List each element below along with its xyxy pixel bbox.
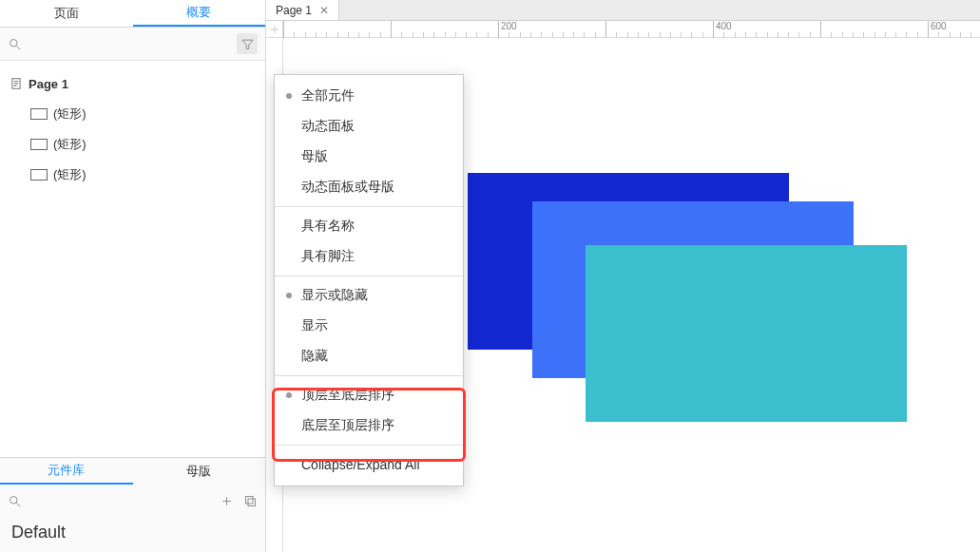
library-search-row [0,485,265,517]
outline-item-label: (矩形) [53,105,86,123]
outline-root[interactable]: Page 1 [0,68,265,99]
menu-item-label: 底层至顶层排序 [301,417,394,434]
outline-search-input[interactable] [29,37,229,51]
menu-item[interactable]: 动态面板 [275,111,463,142]
bullet-icon [286,93,292,99]
menu-item-label: 显示 [301,317,328,334]
library-section: 元件库 母版 Default [0,457,265,552]
copy-icon[interactable] [243,494,258,508]
svg-marker-2 [241,40,252,48]
bullet-icon [286,392,292,398]
outline-item-label: (矩形) [53,166,86,183]
tab-pages[interactable]: 页面 [0,0,133,27]
svg-rect-11 [248,499,256,506]
menu-item-label: 显示或隐藏 [301,287,368,304]
menu-item[interactable]: 隐藏 [275,341,463,371]
horizontal-ruler[interactable]: 200400600 [283,21,980,38]
tab-outline[interactable]: 概要 [133,0,266,27]
canvas-shape[interactable] [586,245,907,422]
menu-item[interactable]: 显示 [275,311,463,341]
outline-item[interactable]: (矩形) [0,129,265,160]
menu-item-label: 动态面板 [301,118,355,135]
svg-line-1 [16,46,20,49]
svg-line-8 [16,503,20,506]
left-sidebar: 页面 概要 Page 1 (矩形) (矩形) [0,0,266,552]
menu-item[interactable]: 全部元件 [275,81,463,111]
menu-item-label: 具有名称 [301,218,355,235]
search-icon [8,494,22,508]
ruler-label: 600 [931,21,947,31]
menu-item-label: 顶层至底层排序 [301,387,394,404]
library-search-input[interactable] [31,494,210,508]
menu-item-label: 全部元件 [301,87,355,105]
tab-widgets[interactable]: 元件库 [0,458,133,485]
menu-item[interactable]: 具有脚注 [275,241,463,272]
menu-item-label: 隐藏 [301,348,328,365]
filter-icon [240,37,255,51]
outline-tree: Page 1 (矩形) (矩形) (矩形) [0,61,265,457]
svg-rect-12 [246,496,254,504]
close-tab-icon[interactable]: ✕ [319,4,329,17]
page-icon [10,77,23,90]
rectangle-icon [30,169,48,181]
outline-item-label: (矩形) [53,136,86,153]
menu-item-label: Collapse/Expand All [301,457,420,472]
tab-masters[interactable]: 母版 [133,458,266,485]
menu-item[interactable]: 具有名称 [275,211,463,241]
menu-item[interactable]: 母版 [275,142,463,172]
outline-search-row [0,28,265,61]
bullet-icon [286,293,292,298]
rectangle-icon [30,139,48,150]
menu-item-label: 母版 [301,148,328,165]
outline-root-label: Page 1 [29,77,68,91]
menu-item-label: 具有脚注 [301,248,355,265]
library-default-label[interactable]: Default [0,517,265,552]
plus-icon[interactable] [220,494,234,508]
ruler-origin[interactable] [266,21,283,38]
menu-item[interactable]: Collapse/Expand All [275,449,463,480]
filter-menu: 全部元件动态面板母版动态面板或母版具有名称具有脚注显示或隐藏显示隐藏顶层至底层排… [274,74,464,486]
menu-item[interactable]: 底层至顶层排序 [275,410,463,441]
outline-item[interactable]: (矩形) [0,99,265,129]
menu-item[interactable]: 动态面板或母版 [275,172,463,202]
ruler-label: 400 [716,21,732,31]
outline-item[interactable]: (矩形) [0,160,265,190]
menu-item-label: 动态面板或母版 [301,179,394,196]
search-icon [8,37,22,51]
svg-point-7 [10,496,18,504]
menu-item[interactable]: 顶层至底层排序 [275,380,463,410]
svg-point-0 [10,39,18,47]
page-tab-strip: Page 1 ✕ [266,0,980,21]
crosshair-icon [270,25,279,34]
page-tab-label: Page 1 [276,4,312,17]
ruler-label: 200 [501,21,517,31]
menu-item[interactable]: 显示或隐藏 [275,280,463,311]
library-tabs: 元件库 母版 [0,458,265,485]
sidebar-tabs: 页面 概要 [0,0,265,28]
page-tab[interactable]: Page 1 ✕ [266,0,339,20]
filter-button[interactable] [237,33,258,54]
rectangle-icon [30,108,48,120]
